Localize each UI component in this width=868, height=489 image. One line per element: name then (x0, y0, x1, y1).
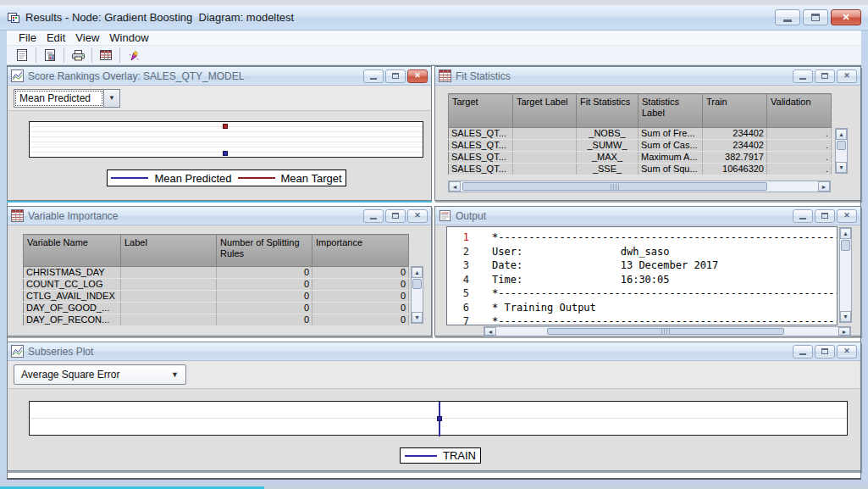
cell[interactable] (121, 303, 217, 314)
cell[interactable]: 0 (217, 267, 312, 279)
scroll-right-icon[interactable]: ► (838, 327, 850, 336)
column-header[interactable]: Fit Statistics (577, 94, 639, 128)
cell[interactable]: Sum of Fre... (639, 128, 703, 140)
score-rankings-titlebar[interactable]: Score Rankings Overlay: SALES_QTY_MODEL … (8, 67, 431, 86)
panel-maximize-button[interactable] (385, 209, 406, 223)
cell[interactable]: SALES_QT... (449, 128, 513, 140)
statistic-selector[interactable]: Mean Predicted ▼ (14, 89, 120, 108)
cell[interactable]: 0 (312, 314, 409, 326)
table-row[interactable]: COUNT_CC_LOG 0 0 (24, 279, 409, 291)
panel-close-button[interactable]: ✕ (407, 209, 428, 223)
cell[interactable]: _SUMW_ (577, 140, 639, 152)
cell[interactable] (513, 164, 577, 175)
cell[interactable]: 0 (217, 303, 312, 314)
horizontal-scrollbar[interactable]: ◄ ► (484, 326, 851, 336)
cell[interactable]: 0 (312, 303, 409, 314)
scrollbar-thumb[interactable] (841, 240, 850, 251)
column-header[interactable]: Variable Name (24, 235, 121, 267)
column-header[interactable]: Train (703, 94, 767, 128)
scrollbar-thumb[interactable] (837, 141, 846, 150)
column-header[interactable]: Statistics Label (639, 94, 703, 128)
cell[interactable]: 0 (312, 291, 409, 303)
scroll-down-icon[interactable]: ▼ (412, 312, 423, 323)
output-titlebar[interactable]: Output ✕ (435, 207, 860, 225)
scroll-down-icon[interactable]: ▼ (836, 162, 847, 173)
cell[interactable]: COUNT_CC_LOG (24, 279, 121, 291)
report-icon[interactable] (40, 47, 60, 64)
cell[interactable]: DAY_OF_GOOD_... (24, 303, 121, 314)
subseries-plot[interactable] (29, 401, 848, 436)
table-row[interactable]: DAY_OF_GOOD_... 0 0 (24, 303, 409, 314)
maximize-button[interactable] (803, 9, 828, 25)
scroll-down-icon[interactable]: ▼ (840, 311, 851, 322)
statistic-selector[interactable]: Average Square Error ▼ (14, 364, 186, 385)
scrollbar-thumb[interactable] (462, 182, 767, 191)
menu-window[interactable]: Window (104, 31, 153, 44)
cell[interactable]: . (767, 140, 832, 152)
column-header[interactable]: Target Label (513, 94, 577, 128)
vertical-scrollbar[interactable]: ▲ ▼ (411, 266, 423, 324)
table-row[interactable]: SALES_QT... _NOBS_ Sum of Fre... 234402 … (449, 128, 832, 140)
panel-minimize-button[interactable] (363, 69, 384, 83)
cell[interactable]: 0 (217, 314, 312, 326)
column-header[interactable]: Label (121, 235, 217, 267)
cell[interactable] (121, 291, 217, 303)
vertical-scrollbar[interactable]: ▲ ▼ (835, 128, 848, 174)
assistant-icon[interactable] (124, 47, 144, 64)
cell[interactable]: 0 (217, 279, 312, 291)
panel-minimize-button[interactable] (793, 209, 813, 223)
cell[interactable]: 0 (312, 279, 409, 291)
subseries-titlebar[interactable]: Subseries Plot ✕ (8, 342, 860, 361)
table-row[interactable]: CHRISTMAS_DAY 0 0 (24, 267, 409, 279)
panel-close-button[interactable]: ✕ (837, 209, 857, 223)
print-icon[interactable] (68, 47, 88, 64)
panel-minimize-button[interactable] (793, 345, 813, 358)
column-header[interactable]: Validation (767, 94, 832, 128)
cell[interactable]: Sum of Squ... (639, 164, 703, 175)
results-document-icon[interactable] (12, 47, 32, 64)
cell[interactable]: _NOBS_ (577, 128, 639, 140)
cell[interactable]: _MAX_ (577, 152, 639, 164)
cell[interactable] (513, 128, 577, 140)
scroll-up-icon[interactable]: ▲ (836, 129, 847, 140)
scrollbar-thumb[interactable] (547, 328, 784, 335)
score-rankings-plot[interactable] (29, 121, 423, 158)
cell[interactable] (121, 267, 217, 279)
horizontal-scrollbar[interactable]: ◄ ► (448, 181, 831, 192)
cell[interactable]: Maximum A... (639, 152, 703, 164)
minimize-button[interactable] (775, 9, 800, 25)
cell[interactable]: _SSE_ (577, 164, 639, 175)
scroll-left-icon[interactable]: ◄ (484, 327, 496, 336)
cell[interactable]: SALES_QT... (449, 164, 513, 175)
panel-maximize-button[interactable] (385, 69, 406, 83)
panel-minimize-button[interactable] (363, 209, 384, 223)
output-text-area[interactable]: 1*--------------------------------------… (446, 226, 838, 325)
menu-edit[interactable]: Edit (41, 31, 70, 44)
cell[interactable] (513, 140, 577, 152)
cell[interactable]: 0 (217, 291, 312, 303)
column-header[interactable]: Number of Splitting Rules (217, 235, 312, 267)
cell[interactable] (121, 279, 217, 291)
panel-close-button[interactable]: ✕ (837, 345, 857, 358)
cell[interactable]: CTLG_AVAIL_INDEX (24, 291, 121, 303)
cell[interactable] (121, 314, 217, 326)
cell[interactable]: . (767, 152, 832, 164)
table-row[interactable]: SALES_QT... _SSE_ Sum of Squ... 10646320… (449, 164, 832, 175)
cell[interactable]: 10646320 (703, 164, 767, 175)
panel-maximize-button[interactable] (815, 345, 835, 358)
panel-maximize-button[interactable] (815, 209, 835, 223)
variable-importance-titlebar[interactable]: Variable Importance ✕ (8, 207, 431, 225)
scroll-up-icon[interactable]: ▲ (840, 228, 851, 239)
cell[interactable]: . (767, 164, 832, 175)
menu-view[interactable]: View (70, 31, 104, 44)
table-row[interactable]: SALES_QT... _SUMW_ Sum of Cas... 234402 … (449, 140, 832, 152)
table-row[interactable]: CTLG_AVAIL_INDEX 0 0 (24, 291, 409, 303)
table-view-icon[interactable] (96, 47, 116, 64)
column-header[interactable]: Importance (312, 235, 409, 267)
scroll-up-icon[interactable]: ▲ (412, 267, 423, 278)
scrollbar-thumb[interactable] (412, 279, 422, 289)
scroll-left-icon[interactable]: ◄ (449, 181, 461, 192)
vertical-scrollbar[interactable]: ▲ ▼ (839, 227, 852, 323)
menu-file[interactable]: File (14, 31, 41, 44)
cell[interactable]: 382.7917 (703, 152, 767, 164)
